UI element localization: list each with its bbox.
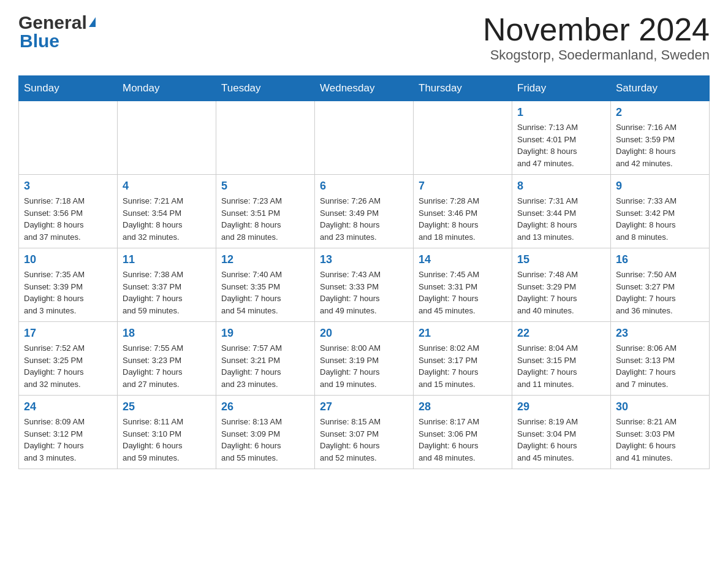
calendar-cell: 19Sunrise: 7:57 AMSunset: 3:21 PMDayligh… [216,322,315,396]
calendar-cell: 11Sunrise: 7:38 AMSunset: 3:37 PMDayligh… [118,248,216,322]
calendar-cell: 15Sunrise: 7:48 AMSunset: 3:29 PMDayligh… [512,248,611,322]
day-info: Sunrise: 7:38 AMSunset: 3:37 PMDaylight:… [123,269,211,316]
day-info: Sunrise: 8:13 AMSunset: 3:09 PMDaylight:… [221,416,309,464]
calendar-cell: 2Sunrise: 7:16 AMSunset: 3:59 PMDaylight… [611,101,710,175]
day-info: Sunrise: 7:50 AMSunset: 3:27 PMDaylight:… [616,269,704,316]
day-number: 5 [221,180,309,193]
day-number: 23 [616,327,704,340]
day-number: 7 [419,180,507,193]
calendar-header-tuesday: Tuesday [216,76,315,101]
location-subtitle: Skogstorp, Soedermanland, Sweden [483,47,710,63]
month-title: November 2024 [483,12,710,47]
calendar-table: SundayMondayTuesdayWednesdayThursdayFrid… [18,75,710,469]
title-area: November 2024 Skogstorp, Soedermanland, … [483,12,710,63]
calendar-header-monday: Monday [118,76,216,101]
day-info: Sunrise: 8:09 AMSunset: 3:12 PMDaylight:… [24,416,112,464]
calendar-cell: 5Sunrise: 7:23 AMSunset: 3:51 PMDaylight… [216,175,315,248]
week-row-3: 10Sunrise: 7:35 AMSunset: 3:39 PMDayligh… [19,248,710,322]
week-row-4: 17Sunrise: 7:52 AMSunset: 3:25 PMDayligh… [19,322,710,396]
day-info: Sunrise: 7:52 AMSunset: 3:25 PMDaylight:… [24,342,112,390]
day-number: 15 [517,253,605,266]
calendar-cell: 9Sunrise: 7:33 AMSunset: 3:42 PMDaylight… [611,175,710,248]
day-number: 8 [517,180,605,193]
calendar-cell: 22Sunrise: 8:04 AMSunset: 3:15 PMDayligh… [512,322,611,396]
day-info: Sunrise: 7:23 AMSunset: 3:51 PMDaylight:… [221,195,309,243]
day-info: Sunrise: 8:11 AMSunset: 3:10 PMDaylight:… [123,416,211,464]
day-info: Sunrise: 8:06 AMSunset: 3:13 PMDaylight:… [616,342,704,390]
calendar-cell: 26Sunrise: 8:13 AMSunset: 3:09 PMDayligh… [216,396,315,469]
logo: General Blue [18,12,96,52]
day-info: Sunrise: 8:02 AMSunset: 3:17 PMDaylight:… [419,342,507,390]
calendar-cell: 10Sunrise: 7:35 AMSunset: 3:39 PMDayligh… [19,248,118,322]
day-info: Sunrise: 7:48 AMSunset: 3:29 PMDaylight:… [517,269,605,316]
day-info: Sunrise: 8:21 AMSunset: 3:03 PMDaylight:… [616,416,704,464]
week-row-5: 24Sunrise: 8:09 AMSunset: 3:12 PMDayligh… [19,396,710,469]
day-number: 19 [221,327,309,340]
day-number: 11 [123,253,211,266]
calendar-cell: 28Sunrise: 8:17 AMSunset: 3:06 PMDayligh… [414,396,512,469]
day-number: 14 [419,253,507,266]
calendar-cell: 1Sunrise: 7:13 AMSunset: 4:01 PMDaylight… [512,101,611,175]
day-info: Sunrise: 8:19 AMSunset: 3:04 PMDaylight:… [517,416,605,464]
day-number: 29 [517,400,605,413]
day-info: Sunrise: 7:57 AMSunset: 3:21 PMDaylight:… [221,342,309,390]
calendar-header-wednesday: Wednesday [315,76,414,101]
day-number: 30 [616,400,704,413]
day-number: 6 [320,180,408,193]
day-number: 9 [616,180,704,193]
day-info: Sunrise: 7:31 AMSunset: 3:44 PMDaylight:… [517,195,605,243]
day-number: 25 [123,400,211,413]
calendar-cell: 24Sunrise: 8:09 AMSunset: 3:12 PMDayligh… [19,396,118,469]
day-number: 24 [24,400,112,413]
week-row-2: 3Sunrise: 7:18 AMSunset: 3:56 PMDaylight… [19,175,710,248]
calendar-cell: 16Sunrise: 7:50 AMSunset: 3:27 PMDayligh… [611,248,710,322]
calendar-cell: 21Sunrise: 8:02 AMSunset: 3:17 PMDayligh… [414,322,512,396]
week-row-1: 1Sunrise: 7:13 AMSunset: 4:01 PMDaylight… [19,101,710,175]
calendar-cell: 4Sunrise: 7:21 AMSunset: 3:54 PMDaylight… [118,175,216,248]
calendar-cell: 27Sunrise: 8:15 AMSunset: 3:07 PMDayligh… [315,396,414,469]
calendar-cell: 18Sunrise: 7:55 AMSunset: 3:23 PMDayligh… [118,322,216,396]
day-info: Sunrise: 8:15 AMSunset: 3:07 PMDaylight:… [320,416,408,464]
logo-blue-text: Blue [20,31,59,52]
day-number: 22 [517,327,605,340]
calendar-header-sunday: Sunday [19,76,118,101]
day-number: 17 [24,327,112,340]
calendar-cell: 17Sunrise: 7:52 AMSunset: 3:25 PMDayligh… [19,322,118,396]
day-number: 13 [320,253,408,266]
day-info: Sunrise: 7:16 AMSunset: 3:59 PMDaylight:… [616,121,704,169]
calendar-cell: 8Sunrise: 7:31 AMSunset: 3:44 PMDaylight… [512,175,611,248]
day-number: 20 [320,327,408,340]
calendar-header-saturday: Saturday [611,76,710,101]
day-number: 18 [123,327,211,340]
day-number: 3 [24,180,112,193]
day-number: 28 [419,400,507,413]
day-info: Sunrise: 7:35 AMSunset: 3:39 PMDaylight:… [24,269,112,316]
calendar-cell [414,101,512,175]
calendar-cell: 6Sunrise: 7:26 AMSunset: 3:49 PMDaylight… [315,175,414,248]
calendar-cell: 30Sunrise: 8:21 AMSunset: 3:03 PMDayligh… [611,396,710,469]
day-info: Sunrise: 7:28 AMSunset: 3:46 PMDaylight:… [419,195,507,243]
calendar-cell: 20Sunrise: 8:00 AMSunset: 3:19 PMDayligh… [315,322,414,396]
calendar-cell: 13Sunrise: 7:43 AMSunset: 3:33 PMDayligh… [315,248,414,322]
day-info: Sunrise: 7:55 AMSunset: 3:23 PMDaylight:… [123,342,211,390]
day-number: 10 [24,253,112,266]
day-info: Sunrise: 7:43 AMSunset: 3:33 PMDaylight:… [320,269,408,316]
logo-triangle-icon [89,17,96,27]
logo-general-text: General [18,12,87,33]
calendar-header-row: SundayMondayTuesdayWednesdayThursdayFrid… [19,76,710,101]
calendar-cell: 23Sunrise: 8:06 AMSunset: 3:13 PMDayligh… [611,322,710,396]
calendar-cell [315,101,414,175]
calendar-cell: 12Sunrise: 7:40 AMSunset: 3:35 PMDayligh… [216,248,315,322]
day-number: 16 [616,253,704,266]
day-number: 4 [123,180,211,193]
day-number: 27 [320,400,408,413]
day-info: Sunrise: 7:40 AMSunset: 3:35 PMDaylight:… [221,269,309,316]
calendar-header-thursday: Thursday [414,76,512,101]
calendar-cell: 25Sunrise: 8:11 AMSunset: 3:10 PMDayligh… [118,396,216,469]
day-info: Sunrise: 7:21 AMSunset: 3:54 PMDaylight:… [123,195,211,243]
calendar-cell: 3Sunrise: 7:18 AMSunset: 3:56 PMDaylight… [19,175,118,248]
calendar-cell: 14Sunrise: 7:45 AMSunset: 3:31 PMDayligh… [414,248,512,322]
calendar-cell [118,101,216,175]
day-number: 12 [221,253,309,266]
page-header: General Blue November 2024 Skogstorp, So… [18,12,710,63]
